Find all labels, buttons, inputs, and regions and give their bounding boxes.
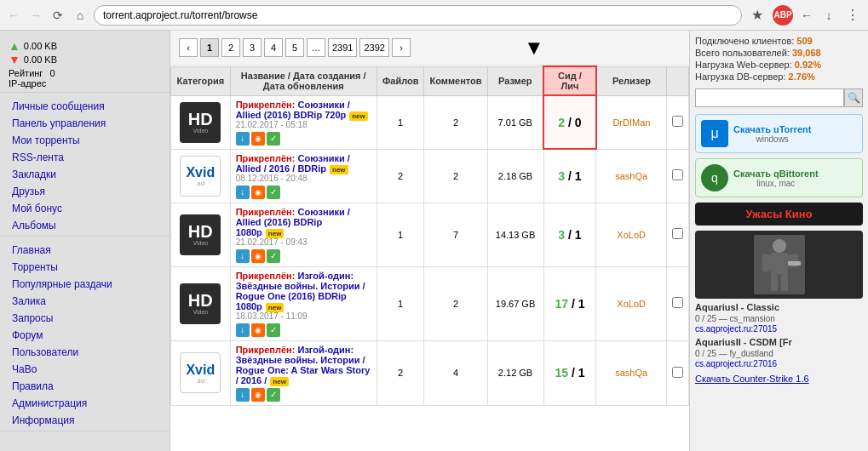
rss-icon[interactable]: ◉	[251, 388, 265, 402]
check-icon[interactable]: ✓	[267, 249, 280, 263]
row-checkbox[interactable]	[672, 367, 683, 378]
utorrent-icon: μ	[701, 120, 728, 147]
user-links-section: Личные сообщенияПанель управленияМои тор…	[0, 96, 170, 237]
check-icon[interactable]: ✓	[267, 388, 280, 402]
server1-link[interactable]: cs.aqproject.ru:27015	[695, 324, 777, 334]
rss-icon[interactable]: ◉	[251, 132, 265, 146]
row-checkbox[interactable]	[672, 169, 683, 180]
browser-back2[interactable]: ←	[798, 7, 815, 24]
server2-link[interactable]: cs.aqproject.ru:27016	[695, 359, 777, 368]
cs-download-link[interactable]: Скачать Counter-Strike 1.6	[695, 374, 863, 384]
page-btn-2[interactable]: 2	[221, 38, 240, 57]
releaser-link[interactable]: sashQa	[615, 171, 647, 181]
search-button[interactable]: 🔍	[844, 88, 863, 107]
size-cell: 2.12 GB	[487, 340, 543, 405]
page-btn-5[interactable]: 5	[285, 38, 304, 57]
sidebar-user-link[interactable]: Панель управления	[0, 115, 170, 132]
releaser-link[interactable]: XoLoD	[617, 230, 646, 240]
qbt-ad[interactable]: q Скачать qBittorent linux, mac	[695, 158, 863, 197]
download-icon[interactable]: ↓	[236, 323, 250, 337]
sidebar-nav-link[interactable]: Популярные раздачи	[0, 276, 170, 293]
new-badge: new	[349, 111, 368, 121]
sidebar-user-link[interactable]: Друзья	[0, 183, 170, 200]
sidebar-nav-link[interactable]: Форум	[0, 327, 170, 344]
sidebar-user-link[interactable]: RSS-лента	[0, 149, 170, 166]
sidebar-nav-link[interactable]: Главная	[0, 242, 170, 259]
address-bar[interactable]	[94, 5, 742, 26]
bookmark-button[interactable]: ★	[747, 5, 767, 26]
sidebar-user-link[interactable]: Альбомы	[0, 217, 170, 234]
download-icon[interactable]: ↓	[236, 186, 250, 199]
back-button[interactable]: ←	[5, 7, 22, 24]
category-icon[interactable]: HDVideo	[180, 102, 221, 143]
sidebar-nav-link[interactable]: Пользователи	[0, 344, 170, 361]
web-load-label: Нагрузка Web-сервер:	[695, 60, 792, 70]
checkbox-cell	[666, 203, 688, 266]
search-input[interactable]	[695, 88, 844, 107]
category-icon[interactable]: Xvid.avi	[180, 156, 221, 197]
table-row: Xvid.aviПрикреплён: Изгой-один: Звёздные…	[171, 340, 689, 405]
category-cell: HDVideo	[171, 95, 231, 149]
rating-label: Рейтинг	[9, 68, 43, 78]
utorrent-ad[interactable]: μ Скачать uTorrent windows	[695, 114, 863, 153]
page-btn-2392[interactable]: 2392	[359, 38, 388, 57]
abp-button[interactable]: ABP	[773, 5, 793, 26]
sidebar-user-link[interactable]: Мои торренты	[0, 132, 170, 149]
sidebar-nav-link[interactable]: ЧаВо	[0, 361, 170, 378]
category-icon[interactable]: Xvid.avi	[180, 352, 221, 393]
page-btn-2391[interactable]: 2391	[328, 38, 357, 57]
releaser-link[interactable]: DrDIMan	[612, 117, 650, 128]
releaser-link[interactable]: XoLoD	[617, 299, 646, 309]
sidebar-user-link[interactable]: Мой бонус	[0, 200, 170, 217]
browser-download[interactable]: ↓	[820, 7, 837, 24]
sidebar: ▲ 0.00 KB ▼ 0.00 KB Рейтинг 0 IP-адрес Л…	[0, 31, 170, 451]
page-btn-4[interactable]: 4	[264, 38, 283, 57]
stats-section: Подключено клиентов: 509 Всего пользоват…	[695, 36, 863, 82]
cs-server-image	[695, 231, 863, 299]
reload-button[interactable]: ⟳	[49, 7, 66, 24]
rss-icon[interactable]: ◉	[251, 323, 265, 337]
category-icon[interactable]: HDVideo	[180, 214, 221, 255]
sidebar-nav-link[interactable]: Администрация	[0, 395, 170, 412]
download-icon[interactable]: ↓	[236, 249, 250, 263]
sidebar-nav-link[interactable]: Залика	[0, 293, 170, 310]
check-icon[interactable]: ✓	[267, 132, 280, 146]
download-icon[interactable]: ↓	[236, 388, 250, 402]
sidebar-user-link[interactable]: Закладки	[0, 166, 170, 183]
check-icon[interactable]: ✓	[267, 186, 280, 199]
row-checkbox[interactable]	[672, 116, 683, 127]
releaser-link[interactable]: sashQa	[615, 368, 647, 378]
sidebar-nav-link[interactable]: Торренты	[0, 259, 170, 276]
forward-button[interactable]: →	[27, 7, 44, 24]
sidebar-nav-link[interactable]: Запросы	[0, 310, 170, 327]
sidebar-nav-link[interactable]: Информация	[0, 412, 170, 429]
files-cell: 1	[377, 266, 424, 340]
page-btn-…[interactable]: …	[307, 38, 325, 57]
th-size: Размер	[487, 66, 543, 95]
horror-ad[interactable]: Ужасы Кино	[695, 203, 863, 226]
rss-icon[interactable]: ◉	[251, 186, 265, 199]
rating-down-value: 0.00 KB	[24, 54, 57, 65]
next-page-btn[interactable]: ›	[392, 38, 411, 57]
rating-up-value: 0.00 KB	[24, 41, 57, 51]
page-btn-1[interactable]: 1	[200, 38, 219, 57]
download-icon[interactable]: ↓	[236, 132, 250, 146]
server1-title: AquariusI - Classic	[695, 302, 863, 312]
leechers-count: 1	[578, 297, 585, 311]
browser-menu[interactable]: ⋮	[842, 5, 863, 26]
check-icon[interactable]: ✓	[267, 323, 280, 337]
rss-icon[interactable]: ◉	[251, 249, 265, 263]
home-button[interactable]: ⌂	[72, 7, 89, 24]
row-checkbox[interactable]	[672, 228, 683, 239]
content-area: ‹ 12345…23912392 › ▼ Категория Название …	[170, 31, 689, 451]
page-btn-3[interactable]: 3	[243, 38, 262, 57]
th-seeds: Сид / Лич	[543, 66, 596, 95]
comments-cell: 2	[424, 149, 487, 203]
category-icon[interactable]: HDVideo	[180, 283, 221, 324]
row-checkbox[interactable]	[672, 297, 683, 308]
sidebar-nav-link[interactable]: Правила	[0, 378, 170, 395]
prev-page-btn[interactable]: ‹	[179, 38, 198, 57]
main-layout: ▲ 0.00 KB ▼ 0.00 KB Рейтинг 0 IP-адрес Л…	[0, 31, 868, 451]
connected-label: Подключено клиентов:	[695, 36, 794, 46]
sidebar-user-link[interactable]: Личные сообщения	[0, 98, 170, 115]
